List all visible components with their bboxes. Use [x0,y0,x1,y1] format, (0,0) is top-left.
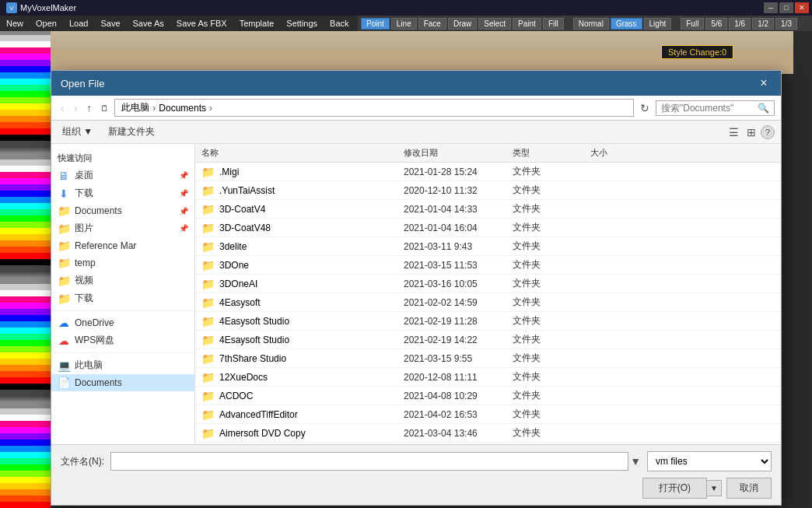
tb-point[interactable]: Point [361,18,390,30]
open-button[interactable]: 打开(O) [642,478,707,499]
tb-line[interactable]: Line [391,18,417,30]
nav-wps-label: WPS网盘 [75,334,114,347]
tb-fill[interactable]: Fill [543,18,564,30]
address-path[interactable]: 此电脑 › Documents › [114,99,634,117]
documents-selected-icon: 📄 [58,377,70,389]
tb-1-6[interactable]: 1/6 [729,18,751,30]
file-date: 2021-02-02 14:59 [404,297,513,308]
refresh-button[interactable]: ↻ [637,100,653,116]
nav-onedrive[interactable]: ☁ OneDrive [51,314,194,331]
table-row[interactable]: 📁 7thShare Studio 2021-03-15 9:55 文件夹 [195,349,781,368]
filename-input[interactable] [110,452,628,471]
menu-template[interactable]: Template [233,17,281,30]
file-type: 文件夹 [513,296,590,309]
tb-select[interactable]: Select [478,18,511,30]
help-button[interactable]: ? [761,125,775,139]
table-row[interactable]: 📁 3D-CoatV48 2021-01-04 16:04 文件夹 [195,219,781,237]
file-type: 文件夹 [513,165,590,178]
file-type: 文件夹 [513,221,590,234]
app-title: MyVoxelMaker [20,3,76,12]
pictures-icon: 📁 [58,222,70,235]
cancel-button[interactable]: 取消 [726,478,772,499]
menu-open[interactable]: Open [30,17,63,30]
table-row[interactable]: 📁 3DOneAI 2021-03-16 10:05 文件夹 [195,275,781,293]
tb-paint[interactable]: Paint [513,18,541,30]
dialog-close-button[interactable]: × [756,75,772,91]
organize-button[interactable]: 组织 ▼ [58,124,97,140]
file-type: 文件夹 [513,389,590,402]
table-row[interactable]: 📁 3D-CoatV4 2021-01-04 14:33 文件夹 [195,200,781,219]
color-palette[interactable] [0,31,51,508]
menu-new[interactable]: New [0,17,30,30]
nav-wps[interactable]: ☁ WPS网盘 [51,331,194,349]
open-dropdown-button[interactable]: ▼ [707,480,722,496]
nav-pane: 快速访问 🖥 桌面 📌 ⬇ 下载 📌 📁 Documents 📌 [51,144,195,444]
nav-download[interactable]: ⬇ 下载 📌 [51,184,194,202]
table-row[interactable]: 📁 AdvancedTiffEditor 2021-04-02 16:53 文件… [195,405,781,424]
tb-5-6[interactable]: 5/6 [705,18,727,30]
table-row[interactable]: 📁 .Migi 2021-01-28 15:24 文件夹 [195,163,781,181]
col-header-size[interactable]: 大小 [590,147,653,159]
tb-draw[interactable]: Draw [448,18,477,30]
col-header-date[interactable]: 修改日期 [404,147,513,159]
app-close-button[interactable]: ✕ [795,2,809,13]
tb-normal[interactable]: Normal [573,18,609,30]
menu-settings[interactable]: Settings [280,17,324,30]
nav-documents-selected[interactable]: 📄 Documents [51,374,194,391]
col-header-name[interactable]: 名称 [201,147,404,159]
back-button[interactable]: ‹ [58,100,68,116]
folder-icon: 📁 [201,427,215,440]
menu-save-as-fbx[interactable]: Save As FBX [170,17,233,30]
nav-temp[interactable]: 📁 temp [51,254,194,272]
table-row[interactable]: 📁 12XueDocs 2020-12-08 11:11 文件夹 [195,368,781,387]
table-row[interactable]: 📁 ACDOC 2021-04-08 10:29 文件夹 [195,387,781,405]
nav-videos-label: 视频 [75,274,93,287]
tb-full[interactable]: Full [681,18,704,30]
view-icons-button[interactable]: ⊞ [744,124,759,140]
recent-button[interactable]: 🗒 [98,103,111,114]
nav-this-computer[interactable]: 💻 此电脑 [51,356,194,374]
tb-1-3[interactable]: 1/3 [775,18,797,30]
table-row[interactable]: 📁 3delite 2021-03-11 9:43 文件夹 [195,237,781,256]
quick-access-header: 快速访问 [51,150,194,166]
table-row[interactable]: 📁 4Easysoft Studio 2021-02-19 11:28 文件夹 [195,312,781,331]
table-row[interactable]: 📁 3DOne 2021-03-15 11:53 文件夹 [195,256,781,275]
nav-desktop[interactable]: 🖥 桌面 📌 [51,166,194,184]
menu-load[interactable]: Load [63,17,94,30]
minimize-button[interactable]: ─ [764,2,778,13]
filetype-select[interactable]: vm files [647,451,772,471]
col-header-type[interactable]: 类型 [513,147,590,159]
menu-save[interactable]: Save [94,17,126,30]
new-folder-button[interactable]: 新建文件夹 [103,124,159,140]
tb-light[interactable]: Light [644,18,672,30]
table-row[interactable]: 📁 4Esaysoft Studio 2021-02-19 14:22 文件夹 [195,331,781,349]
reference-mar-icon: 📁 [58,240,70,252]
nav-download2[interactable]: 📁 下载 [51,289,194,307]
search-input[interactable] [661,103,754,114]
folder-icon: 📁 [201,352,215,365]
nav-videos[interactable]: 📁 视频 [51,272,194,289]
table-row[interactable]: 📁 Aimersoft DVD Copy 2021-03-04 13:46 文件… [195,424,781,443]
table-row[interactable]: 📁 .YunTaiAssist 2020-12-10 11:32 文件夹 [195,181,781,200]
menu-save-as[interactable]: Save As [127,17,170,30]
tb-face[interactable]: Face [418,18,446,30]
nav-pictures[interactable]: 📁 图片 📌 [51,219,194,237]
nav-onedrive-label: OneDrive [75,317,114,328]
nav-reference-mar[interactable]: 📁 Reference Mar [51,237,194,254]
file-date: 2021-04-02 16:53 [404,409,513,420]
nav-documents[interactable]: 📁 Documents 📌 [51,202,194,219]
maximize-button[interactable]: □ [779,2,793,13]
tb-grass[interactable]: Grass [611,18,642,30]
tb-1-2[interactable]: 1/2 [752,18,774,30]
file-list-area[interactable]: 名称 修改日期 类型 大小 📁 .Migi 2021-01-28 15:24 文… [195,144,781,444]
nav-reference-mar-label: Reference Mar [75,240,136,251]
table-row[interactable]: 📁 4Easysoft 2021-02-02 14:59 文件夹 [195,293,781,312]
filename-dropdown-icon[interactable]: ▼ [630,455,641,468]
view-details-button[interactable]: ☰ [726,124,742,140]
wps-icon: ☁ [58,335,70,347]
up-button[interactable]: ↑ [83,100,95,116]
menu-back[interactable]: Back [324,17,355,30]
filename-row: 文件名(N): ▼ vm files [61,451,772,471]
forward-button[interactable]: › [71,100,81,116]
address-bar: ‹ › ↑ 🗒 此电脑 › Documents › ↻ 🔍 [51,96,781,121]
